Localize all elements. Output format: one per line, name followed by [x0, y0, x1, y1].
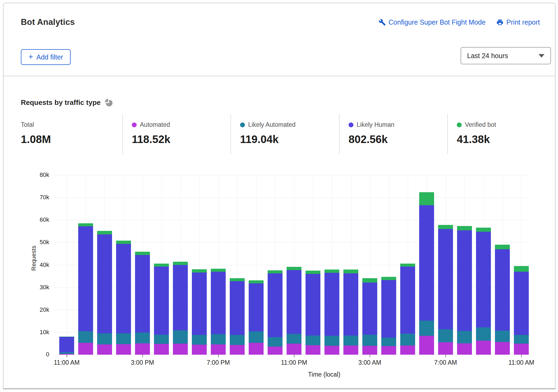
bar-segment-likely-automated — [324, 336, 339, 346]
stat-value: 119.04k — [240, 133, 337, 145]
stat-item: Total 1.08M — [21, 121, 118, 145]
bar-segment-likely-automated — [495, 331, 510, 342]
configure-super-bot-fight-mode-link[interactable]: Configure Super Bot Fight Mode — [379, 18, 486, 26]
bar-segment-verified-bot — [362, 278, 377, 283]
print-report-link[interactable]: Print report — [496, 18, 540, 26]
bar-segment-likely-automated — [306, 335, 320, 345]
bar-segment-likely-automated — [173, 330, 188, 344]
bar-segment-likely-automated — [438, 329, 453, 342]
y-tick-label: 40k — [25, 261, 49, 268]
bar-segment-likely-automated — [154, 335, 169, 344]
bar — [287, 267, 301, 355]
stat-label: Automated — [140, 121, 170, 128]
stat-value: 802.56k — [349, 133, 446, 145]
bar-segment-likely-automated — [287, 334, 301, 344]
time-range-value: Last 24 hours — [467, 52, 508, 60]
bar-segment-likely-human — [173, 265, 188, 331]
bar — [343, 270, 358, 355]
y-tick-label: 30k — [25, 284, 49, 291]
stat-value: 41.38k — [457, 133, 554, 145]
bar-segment-likely-human — [249, 283, 264, 332]
x-tick-label: 7:00 AM — [416, 359, 475, 366]
x-axis-title: Time (local) — [270, 371, 378, 378]
x-tick-label: 11:00 PM — [264, 359, 324, 366]
bar — [97, 231, 112, 355]
bar-segment-likely-automated — [249, 331, 264, 343]
bar-segment-likely-human — [154, 267, 169, 335]
gridline-h — [54, 220, 529, 220]
bar-segment-automated — [362, 346, 377, 355]
x-tick-label: 7:00 PM — [189, 359, 248, 366]
bar-segment-likely-automated — [476, 327, 491, 341]
x-tickmark — [445, 355, 446, 357]
y-tick-label: 80k — [25, 171, 49, 178]
bar-segment-likely-human — [400, 267, 415, 334]
bar-segment-verified-bot — [476, 228, 491, 232]
pie-chart-icon — [104, 98, 113, 107]
bar — [59, 337, 74, 355]
bar-segment-likely-human — [97, 234, 112, 333]
bar-segment-verified-bot — [495, 245, 510, 250]
bar — [514, 266, 529, 355]
stat-divider — [122, 114, 123, 154]
y-tick-label: 10k — [25, 329, 49, 336]
add-filter-label: Add filter — [37, 53, 63, 61]
x-tick-label: 3:00 PM — [113, 359, 172, 366]
bar-segment-likely-automated — [78, 331, 93, 343]
y-tick-label: 50k — [25, 239, 49, 246]
bar-segment-automated — [343, 346, 358, 355]
bar — [381, 277, 396, 355]
bot-analytics-card: Bot Analytics Configure Super Bot Fight … — [3, 3, 556, 389]
bar-segment-verified-bot — [514, 266, 529, 272]
printer-icon — [496, 19, 504, 26]
bar-segment-verified-bot — [343, 270, 358, 273]
bar-segment-likely-automated — [400, 334, 415, 346]
bar-segment-automated — [116, 344, 131, 355]
bar-segment-verified-bot — [457, 226, 472, 230]
bar-segment-likely-human — [457, 230, 472, 331]
bar-segment-verified-bot — [211, 269, 226, 272]
stat-divider — [339, 114, 340, 154]
stat-label: Verified bot — [465, 121, 496, 128]
bar-segment-automated — [268, 347, 283, 355]
bar-segment-likely-automated — [192, 335, 207, 345]
bar — [249, 280, 264, 355]
bar-segment-likely-human — [78, 226, 93, 331]
bar-segment-verified-bot — [192, 269, 207, 273]
stat-item: Verified bot 41.38k — [457, 121, 554, 145]
bar-segment-automated — [192, 345, 207, 355]
x-tickmark — [370, 355, 370, 357]
y-tick-label: 70k — [25, 194, 49, 201]
bar-segment-likely-human — [116, 244, 131, 333]
bar-segment-likely-human — [59, 337, 74, 352]
section-title-text: Requests by traffic type — [21, 98, 101, 107]
bar-segment-automated — [287, 344, 301, 355]
time-range-dropdown[interactable]: Last 24 hours — [461, 47, 551, 64]
bar-segment-likely-human — [230, 281, 245, 335]
bar-segment-likely-automated — [97, 333, 112, 344]
bar-segment-verified-bot — [230, 278, 245, 281]
header-links: Configure Super Bot Fight Mode Print rep… — [379, 18, 540, 26]
bar-segment-likely-automated — [419, 321, 434, 336]
add-filter-button[interactable]: + Add filter — [21, 49, 71, 65]
bar-segment-automated — [324, 346, 339, 355]
x-tick-label: 11:00 AM — [37, 359, 97, 366]
bar-segment-likely-human — [211, 272, 226, 334]
wrench-icon — [379, 19, 386, 26]
y-tick-label: 60k — [25, 216, 49, 223]
header-divider — [4, 76, 555, 76]
bar-segment-likely-human — [438, 229, 453, 330]
y-axis-title: Requests — [30, 223, 37, 293]
bar-segment-verified-bot — [400, 264, 415, 267]
bar-segment-verified-bot — [268, 270, 283, 274]
bar-segment-automated — [211, 344, 226, 355]
stat-label: Likely Human — [357, 121, 394, 128]
bar — [438, 225, 453, 355]
bar-segment-verified-bot — [249, 280, 264, 283]
bar-segment-likely-human — [343, 273, 358, 335]
page-title: Bot Analytics — [21, 17, 75, 27]
bar-segment-likely-human — [135, 255, 150, 333]
bar-segment-verified-bot — [306, 271, 320, 274]
bar-segment-automated — [97, 344, 112, 355]
print-link-label: Print report — [506, 18, 540, 26]
